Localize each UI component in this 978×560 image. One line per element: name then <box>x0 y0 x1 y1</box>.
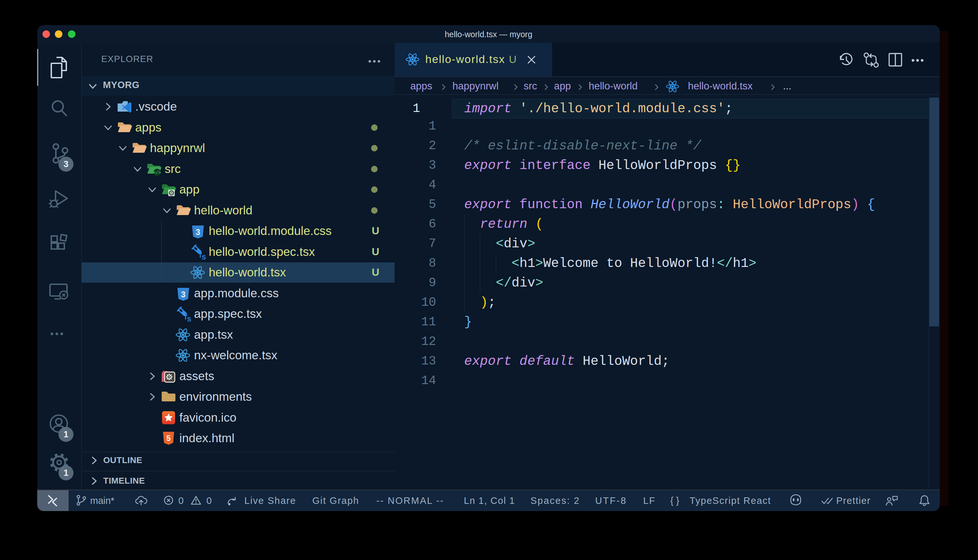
svg-text:</>: </> <box>153 170 161 175</box>
svg-text:5: 5 <box>167 434 171 443</box>
svg-text:3: 3 <box>181 290 186 299</box>
svg-text:S: S <box>187 316 191 323</box>
svg-text:3: 3 <box>196 227 200 237</box>
svg-text:S: S <box>202 254 206 261</box>
